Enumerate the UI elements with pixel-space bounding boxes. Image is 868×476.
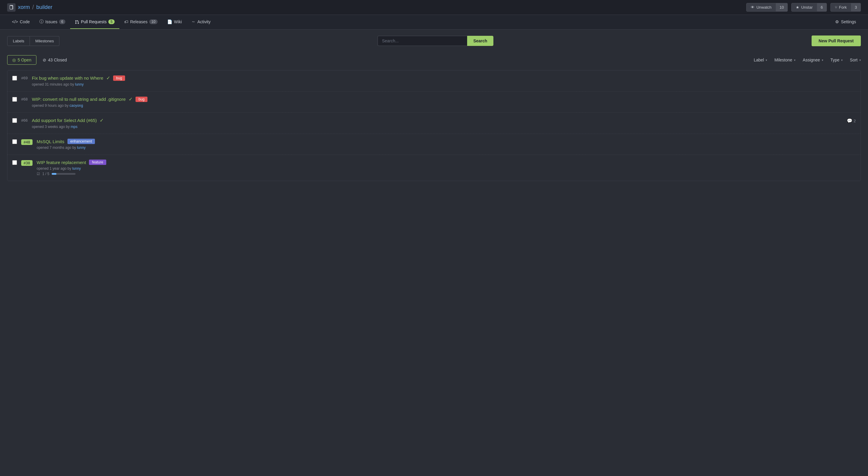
pr-68-check-icon: ✓ [129, 96, 132, 102]
new-pull-request-button[interactable]: New Pull Request [812, 35, 861, 46]
sort-chevron-icon: ▾ [859, 59, 861, 62]
unwatch-count: 10 [776, 3, 788, 12]
releases-badge: 10 [149, 20, 157, 24]
closed-filter-button[interactable]: ⊘ 43 Closed [38, 55, 72, 65]
unstar-button[interactable]: ★ Unstar [791, 3, 817, 12]
tab-code-label: Code [20, 20, 30, 24]
pr-66-author-link[interactable]: mps [71, 125, 78, 129]
labels-button[interactable]: Labels [7, 36, 30, 46]
fork-count: 3 [851, 3, 861, 12]
search-button[interactable]: Search [467, 36, 494, 46]
repo-name-link[interactable]: builder [36, 4, 53, 10]
assignee-filter-button[interactable]: Assignee ▾ [803, 56, 823, 64]
pr-69-check-icon: ✓ [106, 75, 110, 81]
pr-48-meta: opened 7 months ago by lunny [37, 145, 856, 150]
releases-icon: 🏷 [124, 20, 128, 24]
repo-title: xorm / builder [7, 3, 53, 12]
milestones-button[interactable]: Milestones [30, 36, 59, 46]
pr-38-progress-row: ☑ 1 / 5 [37, 172, 856, 176]
tab-wiki[interactable]: 📄 Wiki [162, 15, 187, 29]
pr-69-checkbox[interactable] [12, 76, 17, 80]
tab-issues[interactable]: ⓘ Issues 6 [35, 15, 70, 29]
header-actions: 👁 Unwatch 10 ★ Unstar 6 ⑂ Fork 3 [746, 3, 861, 12]
pr-48-label-enhancement: enhancement [67, 139, 95, 144]
pr-48-author-link[interactable]: lunny [77, 145, 86, 150]
pr-38-progress-fill [52, 173, 56, 175]
pr-38-progress-label: 1 / 5 [42, 172, 49, 176]
pr-68-title[interactable]: WIP: convert nil to null string and add … [32, 97, 126, 102]
pr-66-title-row: Add support for Select Add (#65) ✓ [32, 117, 843, 123]
pr-69-label-bug: bug [113, 75, 125, 81]
table-row: #38 WIP feature replacement feature open… [7, 155, 861, 181]
unstar-count: 6 [817, 3, 827, 12]
label-filter-button[interactable]: Label ▾ [754, 56, 767, 64]
tab-pull-requests-label: Pull Requests [81, 20, 106, 24]
top-header: xorm / builder 👁 Unwatch 10 ★ Unstar 6 ⑂… [0, 0, 868, 15]
pr-38-title-row: WIP feature replacement feature [37, 160, 856, 165]
pr-68-meta: opened 9 hours ago by caoyong [32, 103, 856, 108]
open-circle-icon: ◎ [12, 58, 16, 62]
pr-66-comment-count: 💬 2 [847, 118, 856, 124]
pr-48-title-row: MsSQL Limits enhancement [37, 139, 856, 144]
pr-38-label-feature: feature [89, 160, 106, 165]
tab-settings-label: Settings [841, 20, 856, 24]
assignee-chevron-icon: ▾ [822, 59, 823, 62]
pull-requests-icon [75, 20, 79, 24]
fork-group: ⑂ Fork 3 [830, 3, 861, 12]
tab-code[interactable]: </> Code [7, 15, 35, 29]
pr-66-checkbox[interactable] [12, 118, 17, 123]
open-filter-button[interactable]: ◎ 5 Open [7, 55, 36, 65]
nav-tabs: </> Code ⓘ Issues 6 Pull Requests 5 🏷 Re… [0, 15, 868, 30]
tab-settings[interactable]: ⚙ Settings [830, 15, 861, 29]
tab-releases[interactable]: 🏷 Releases 10 [119, 15, 162, 29]
pr-38-checkbox[interactable] [12, 160, 17, 165]
pr-69-number: #69 [21, 76, 28, 80]
pr-68-label-bug: bug [135, 97, 148, 102]
table-row: #66 Add support for Select Add (#65) ✓ o… [7, 113, 861, 134]
pr-68-number: #68 [21, 97, 28, 101]
tab-wiki-label: Wiki [174, 20, 182, 24]
pr-48-title[interactable]: MsSQL Limits [37, 139, 64, 144]
search-input[interactable] [378, 36, 467, 46]
pr-38-number: #38 [21, 160, 33, 166]
pr-69-title[interactable]: Fix bug when update with no Where [32, 75, 103, 80]
pr-66-body: Add support for Select Add (#65) ✓ opene… [32, 117, 843, 129]
pr-38-progress-bar [52, 173, 75, 175]
unwatch-button[interactable]: 👁 Unwatch [746, 3, 776, 12]
pull-requests-badge: 5 [108, 20, 115, 24]
pr-48-body: MsSQL Limits enhancement opened 7 months… [37, 139, 856, 150]
pr-66-number: #66 [21, 118, 28, 123]
wiki-icon: 📄 [167, 20, 172, 24]
pr-69-title-row: Fix bug when update with no Where ✓ bug [32, 75, 856, 81]
pr-66-check-icon: ✓ [100, 117, 103, 123]
table-row: #69 Fix bug when update with no Where ✓ … [7, 70, 861, 92]
main-content: Labels Milestones Search New Pull Reques… [0, 30, 868, 187]
repo-owner-link[interactable]: xorm [18, 4, 30, 10]
type-chevron-icon: ▾ [841, 59, 843, 62]
pr-66-right: 💬 2 [847, 118, 856, 124]
tab-activity[interactable]: ～ Activity [187, 15, 215, 29]
pr-38-author-link[interactable]: lunny [72, 166, 81, 171]
milestone-filter-button[interactable]: Milestone ▾ [774, 56, 796, 64]
pr-38-title[interactable]: WIP feature replacement [37, 160, 86, 165]
repo-icon [7, 3, 16, 12]
type-filter-button[interactable]: Type ▾ [830, 56, 843, 64]
separator: / [32, 4, 34, 11]
pr-68-author-link[interactable]: caoyong [69, 103, 83, 108]
fork-button[interactable]: ⑂ Fork [830, 3, 851, 12]
milestone-chevron-icon: ▾ [794, 59, 796, 62]
tab-releases-label: Releases [130, 20, 148, 24]
pr-68-checkbox[interactable] [12, 97, 17, 102]
code-icon: </> [12, 20, 18, 24]
table-row: #48 MsSQL Limits enhancement opened 7 mo… [7, 134, 861, 155]
pr-68-title-row: WIP: convert nil to null string and add … [32, 96, 856, 102]
pr-66-title[interactable]: Add support for Select Add (#65) [32, 118, 97, 123]
unwatch-group: 👁 Unwatch 10 [746, 3, 788, 12]
tab-pull-requests[interactable]: Pull Requests 5 [70, 15, 119, 29]
pr-69-author-link[interactable]: lunny [75, 82, 84, 87]
tab-activity-label: Activity [197, 20, 211, 24]
pr-48-checkbox[interactable] [12, 139, 17, 144]
comment-icon: 💬 [847, 118, 852, 124]
pr-66-meta: opened 3 weeks ago by mps [32, 125, 843, 129]
sort-filter-button[interactable]: Sort ▾ [850, 56, 861, 64]
